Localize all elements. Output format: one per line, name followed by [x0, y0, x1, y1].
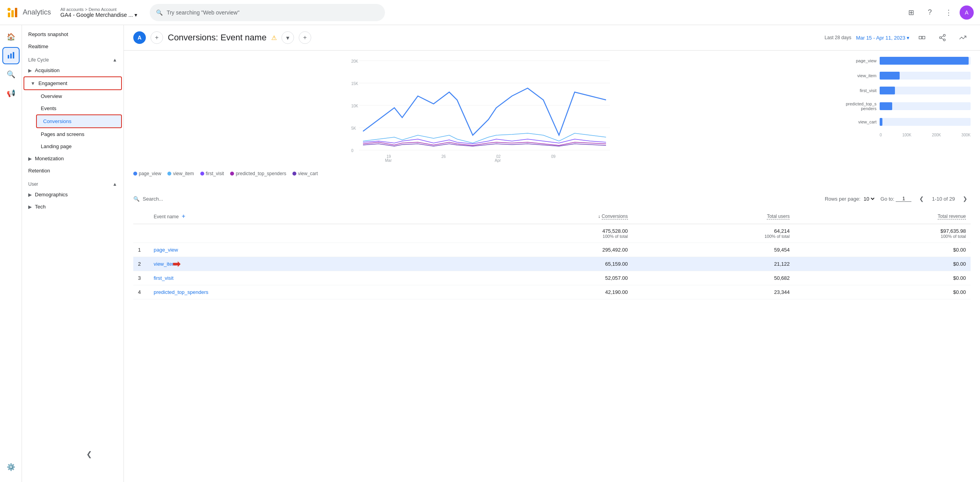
sidebar-item-monetization[interactable]: ▶ Monetization	[22, 152, 123, 165]
sidebar-item-realtime[interactable]: Realtime	[22, 40, 123, 53]
user-badge: A	[133, 31, 146, 44]
col-total-revenue: Total revenue	[794, 209, 971, 224]
sidebar-item-label: Pages and screens	[41, 131, 84, 137]
trend-icon[interactable]	[955, 30, 971, 45]
svg-text:09: 09	[551, 154, 556, 159]
date-range-picker[interactable]: Mar 15 - Apr 11, 2023 ▾	[856, 35, 909, 41]
content-area: A + Conversions: Event name ⚠ ▾ + Last 2…	[124, 25, 980, 482]
col-event-name: Event name +	[149, 209, 449, 224]
svg-line-12	[941, 38, 944, 39]
lifecycle-chevron[interactable]: ▲	[113, 57, 117, 63]
sidebar-item-conversions[interactable]: Conversions	[36, 114, 122, 128]
brand: Analytics	[6, 6, 51, 19]
avatar[interactable]: A	[960, 5, 974, 20]
totals-users: 64,214 100% of total	[633, 224, 795, 243]
svg-rect-8	[922, 36, 925, 39]
sidebar-item-demographics[interactable]: ▶ Demographics	[22, 188, 123, 201]
advertising-icon[interactable]: 📢	[2, 85, 20, 102]
svg-rect-1	[11, 10, 14, 17]
table-pagination: Rows per page: 10 25 50 Go to: ❮	[825, 193, 971, 204]
rows-per-page-label: Rows per page:	[825, 196, 860, 202]
page-title: Conversions: Event name	[168, 33, 267, 43]
svg-text:5K: 5K	[351, 126, 356, 130]
sidebar-item-label: Demographics	[35, 192, 68, 198]
bar-row-page-view: page_view	[829, 57, 971, 65]
help-button[interactable]: ?	[922, 5, 938, 20]
analytics-logo	[6, 6, 19, 19]
arrow-annotation: ➡	[172, 259, 180, 270]
sidebar-item-pages-screens[interactable]: Pages and screens	[34, 128, 123, 140]
totals-revenue: $97,635.98 100% of total	[794, 224, 971, 243]
totals-row: 475,528.00 100% of total 64,214 100% of …	[133, 224, 971, 243]
col-conversions: ↓ Conversions	[449, 209, 632, 224]
add-metric-button[interactable]: +	[299, 31, 311, 44]
settings-icon[interactable]: ⚙️	[2, 458, 20, 476]
next-page-button[interactable]: ❯	[960, 193, 971, 204]
svg-rect-0	[8, 13, 10, 17]
home-icon[interactable]: 🏠	[2, 28, 20, 45]
header-actions: Last 28 days Mar 15 - Apr 11, 2023 ▾	[825, 30, 971, 45]
event-name-link[interactable]: predicted_top_spenders	[154, 289, 209, 295]
sidebar-item-label: Events	[41, 105, 56, 111]
chart-section: 20K 15K 10K 5K 0 19 Mar 2	[124, 51, 980, 188]
svg-rect-2	[15, 8, 17, 17]
svg-text:0: 0	[351, 149, 354, 153]
prev-page-button[interactable]: ❮	[916, 193, 927, 204]
bar-chart: page_view view_item first_visit	[829, 57, 971, 182]
title-dropdown-button[interactable]: ▾	[281, 31, 294, 44]
sidebar-item-tech[interactable]: ▶ Tech	[22, 201, 123, 213]
explore-icon[interactable]: 🔍	[2, 66, 20, 83]
more-options-button[interactable]: ⋮	[941, 5, 956, 20]
table-row: 4 predicted_top_spenders 42,190.00 23,34…	[133, 285, 971, 299]
svg-text:15K: 15K	[351, 82, 358, 86]
sidebar-item-reports-snapshot[interactable]: Reports snapshot	[22, 28, 123, 40]
content-header: A + Conversions: Event name ⚠ ▾ + Last 2…	[124, 25, 980, 51]
reports-icon[interactable]	[2, 47, 20, 64]
rows-per-page-select[interactable]: 10 25 50	[862, 196, 876, 202]
add-comparison-button[interactable]: +	[151, 31, 163, 44]
sidebar-item-label: Reports snapshot	[28, 31, 68, 37]
table-section: 🔍 Search... Rows per page: 10 25 50	[124, 188, 980, 309]
svg-point-10	[940, 37, 942, 39]
share-icon[interactable]	[935, 30, 950, 45]
bar-row-view-cart: view_cart	[829, 118, 971, 126]
account-name[interactable]: GA4 - Google Merchandise ... ▾	[60, 12, 137, 18]
app-name: Analytics	[23, 8, 51, 16]
search-bar[interactable]: 🔍 Try searching "Web overview"	[150, 4, 385, 21]
legend-view-cart: view_cart	[292, 171, 318, 176]
go-to-input[interactable]	[896, 196, 911, 202]
sidebar-item-acquisition[interactable]: ▶ Acquisition	[22, 64, 123, 76]
sidebar-item-label: Tech	[35, 204, 45, 210]
svg-text:10K: 10K	[351, 104, 358, 108]
warning-icon: ⚠	[271, 34, 277, 42]
svg-text:Mar: Mar	[385, 158, 392, 163]
legend-predicted-top-spenders: predicted_top_spenders	[230, 171, 286, 176]
sidebar-item-label: Overview	[41, 93, 62, 99]
go-to-label: Go to:	[880, 196, 894, 202]
sidebar-item-label: Monetization	[35, 156, 64, 161]
add-column-button[interactable]: +	[180, 213, 187, 220]
event-name-link[interactable]: first_visit	[154, 275, 174, 281]
svg-rect-4	[7, 55, 9, 58]
apps-button[interactable]: ⊞	[903, 5, 919, 20]
sidebar-collapse-button[interactable]: ❮	[86, 450, 92, 458]
sidebar-item-landing-page[interactable]: Landing page	[34, 140, 123, 152]
user-chevron[interactable]: ▲	[113, 181, 117, 187]
table-row: 1 page_view 295,492.00 59,454 $0.00	[133, 243, 971, 257]
svg-rect-6	[13, 52, 14, 59]
sidebar-item-engagement[interactable]: ▼ Engagement	[24, 76, 122, 90]
sidebar-item-overview[interactable]: Overview	[34, 90, 123, 102]
svg-rect-7	[919, 36, 922, 39]
rows-per-page: Rows per page: 10 25 50	[825, 196, 876, 202]
go-to: Go to:	[880, 196, 911, 202]
sidebar-item-events[interactable]: Events	[34, 102, 123, 114]
breadcrumb: All accounts > Demo Account	[60, 7, 137, 12]
sidebar-item-retention[interactable]: Retention	[22, 165, 123, 177]
col-num	[133, 209, 149, 224]
svg-point-11	[944, 39, 946, 41]
compare-icon[interactable]	[914, 30, 930, 45]
sidebar-item-label: Realtime	[28, 43, 48, 49]
table-search[interactable]: 🔍 Search...	[133, 196, 163, 202]
event-name-link[interactable]: page_view	[154, 247, 178, 253]
bar-row-view-item: view_item	[829, 72, 971, 80]
